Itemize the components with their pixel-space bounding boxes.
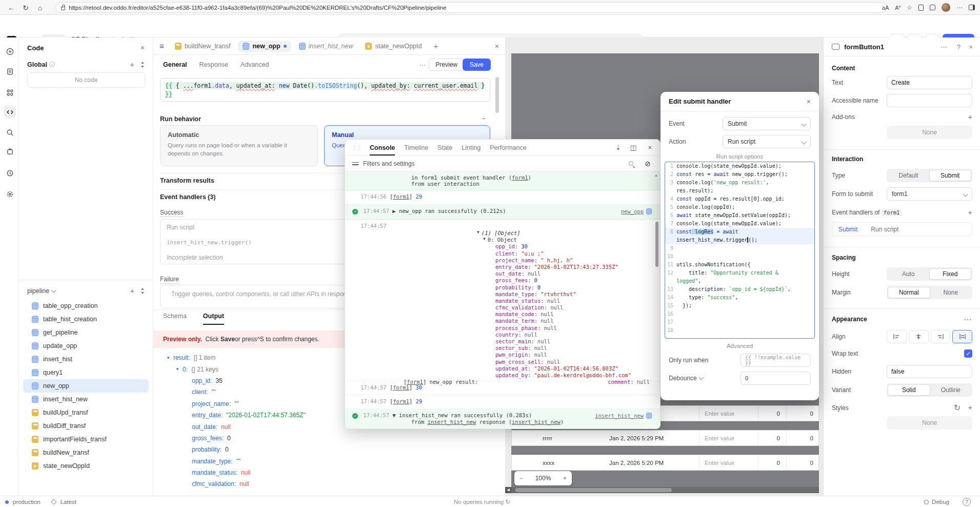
event-select[interactable]: Submit — [723, 117, 811, 130]
align-right-icon[interactable] — [931, 330, 951, 343]
console-filters-row[interactable]: Filters and settings ⊘ — [345, 156, 660, 171]
tab-response[interactable]: Response — [199, 61, 228, 68]
tab-linting[interactable]: Linting — [462, 144, 481, 151]
releases-icon[interactable] — [4, 145, 16, 158]
cell-value1[interactable]: 0 — [758, 455, 786, 470]
form-select[interactable]: form1 — [887, 187, 972, 201]
caret-icon[interactable]: ▼ — [477, 230, 479, 237]
output-tree-row[interactable]: out_date: null — [192, 421, 306, 432]
query-list-item[interactable]: new_opp — [23, 379, 149, 393]
query-list-item[interactable]: importantFields_transf — [23, 433, 149, 446]
output-tree-row[interactable]: mandate_status: null — [192, 467, 306, 478]
help-icon[interactable]: ? — [963, 498, 971, 506]
home-icon[interactable]: ⌂ — [34, 4, 46, 12]
search-icon[interactable] — [629, 161, 633, 166]
query-group-label[interactable]: pipeline — [27, 287, 55, 295]
handler-row[interactable]: Submit Run script — [832, 222, 972, 236]
query-list-item[interactable]: buildUpd_transf — [23, 406, 149, 419]
new-opp-link[interactable]: new_opp — [621, 208, 644, 215]
output-tree-row[interactable]: entry_date: "2026-01-02T17:44:57.365Z" — [192, 410, 306, 421]
output-tree-row[interactable]: project_name: "" — [192, 398, 306, 410]
table-row[interactable]: rrrrr Jan 2, 2026 5:29 PM Enter value 0 … — [511, 430, 819, 446]
output-tree-row[interactable]: client: "" — [192, 386, 306, 398]
segment-option[interactable]: Outline — [930, 384, 972, 396]
segment-option[interactable]: Normal — [888, 287, 930, 298]
insert-hist-new-link[interactable]: insert_hist_new — [512, 419, 561, 425]
cell-placeholder[interactable]: Enter value — [699, 431, 758, 445]
refresh-icon[interactable]: ↻ — [505, 499, 510, 505]
cell-value2[interactable]: 0 — [786, 406, 819, 421]
close-modal-icon[interactable]: × — [807, 98, 811, 106]
tab-schema[interactable]: Schema — [163, 313, 187, 325]
output-tree-row[interactable]: gross_fees: 0 — [192, 433, 306, 444]
hidden-input[interactable] — [887, 365, 972, 378]
insert-hist-new-link[interactable]: insert_hist_new — [428, 419, 476, 425]
add-code-icon[interactable]: + — [130, 60, 134, 69]
close-editor-icon[interactable]: × — [495, 42, 499, 50]
debounce-input[interactable]: 0 — [741, 372, 811, 385]
dock-icon[interactable]: ◫ — [630, 144, 636, 151]
collapse-icon[interactable]: − — [482, 114, 486, 123]
add-icon[interactable] — [4, 45, 16, 57]
close-icon[interactable]: × — [141, 44, 145, 52]
query-list-item[interactable]: buildNew_transf — [23, 446, 149, 459]
align-justify-icon[interactable] — [952, 330, 972, 343]
drag-handle-icon[interactable]: ⋮⋮ — [351, 144, 361, 151]
cell-value2[interactable]: 0 — [786, 431, 819, 445]
form1-link[interactable]: form1 — [393, 398, 409, 404]
scroll-up-icon[interactable]: ▲ — [654, 173, 658, 177]
avatar[interactable] — [942, 3, 950, 12]
debounce-label[interactable]: Debounce — [669, 375, 703, 382]
editor-tab[interactable]: buildNew_transf — [170, 41, 235, 52]
form1-link[interactable]: form1 — [393, 384, 409, 391]
add-style-icon[interactable]: + — [968, 403, 972, 413]
cell-value2[interactable]: 0 — [786, 455, 819, 470]
save-button[interactable]: Save — [463, 59, 491, 71]
add-handler-icon[interactable]: + — [968, 208, 972, 217]
segment-option[interactable]: Fixed — [929, 268, 972, 280]
tab-advanced[interactable]: Advanced — [241, 61, 269, 68]
browser-menu-icon[interactable]: ⋯ — [956, 4, 963, 11]
sort-icon[interactable] — [141, 62, 145, 68]
favorite-star-icon[interactable]: ☆ — [907, 4, 912, 11]
form1-link[interactable]: form1 — [512, 174, 528, 181]
script-editor[interactable]: 1 console.log(state_newOppId.value); 2 c… — [665, 162, 815, 339]
segment-option[interactable]: Auto — [888, 268, 929, 280]
appearance-more-icon[interactable]: ⋯ — [964, 315, 972, 324]
clear-console-icon[interactable]: ⊘ — [645, 160, 651, 168]
add-addon-icon[interactable]: + — [968, 112, 972, 121]
sort-icon[interactable] — [141, 288, 145, 294]
query-expression-input[interactable]: {{ { ...form1.data, updated_at: new Date… — [160, 78, 490, 102]
query-list-item[interactable]: get_pipeline — [23, 326, 149, 339]
query-list-item[interactable]: table_opp_creation — [23, 299, 149, 313]
table-row[interactable]: xxxx Jan 2, 2026 5:20 PM Enter value 0 0 — [511, 455, 819, 471]
preview-button[interactable]: Preview — [429, 59, 464, 71]
output-tree-row[interactable]: cfmc_validation: null — [192, 478, 306, 490]
more-icon[interactable]: ⋯ — [941, 43, 947, 51]
env-label[interactable]: production — [13, 499, 41, 505]
url-bar[interactable]: https://retool.dev.oddo.fr/editor/a525cf… — [55, 2, 887, 13]
editor-tab[interactable]: new_opp — [238, 41, 291, 52]
cell-value1[interactable]: 0 — [758, 431, 786, 445]
debug-toggle[interactable]: Debug — [924, 499, 949, 505]
caret-icon[interactable]: ▼ — [166, 356, 170, 360]
run-behavior-automatic[interactable]: Automatic Query runs on page load or whe… — [160, 125, 318, 166]
history-icon[interactable] — [4, 167, 16, 179]
query-list-item[interactable]: update_opp — [23, 339, 149, 353]
caret-icon[interactable]: ▼ — [483, 237, 486, 243]
output-tree-row[interactable]: probability: 0 — [192, 444, 306, 455]
output-tree-row[interactable]: ▼ result: [] 1 item — [166, 352, 306, 363]
pages-icon[interactable] — [4, 65, 16, 77]
segment-option[interactable]: Submit — [929, 170, 972, 181]
editor-tab[interactable]: insert_hist_new — [294, 41, 358, 52]
add-query-icon[interactable]: + — [130, 286, 134, 295]
search-rail-icon[interactable] — [4, 126, 16, 139]
query-list-item[interactable]: buildDiff_transf — [23, 419, 149, 433]
back-icon[interactable]: ← — [5, 4, 17, 12]
form1-link[interactable]: form1 — [393, 193, 409, 200]
collections-icon[interactable] — [918, 5, 924, 11]
output-tree-row[interactable]: ▼ 0: {} 21 keys — [175, 363, 306, 375]
cell-value1[interactable]: 0 — [758, 406, 786, 421]
scroll-left-icon[interactable]: ◀ — [505, 487, 511, 493]
align-left-icon[interactable] — [887, 330, 907, 343]
